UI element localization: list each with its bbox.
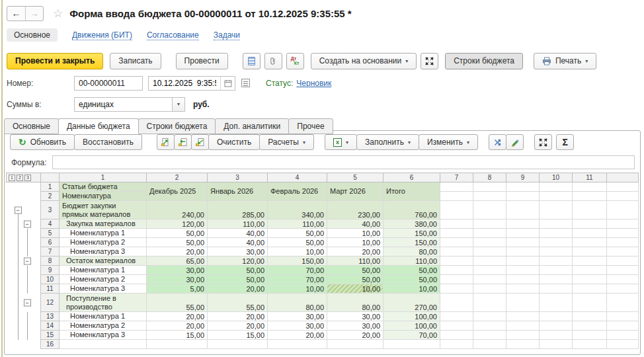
grid-cell-value[interactable]: 80,00 <box>268 294 327 312</box>
grid-cell-empty[interactable] <box>540 312 573 321</box>
grid-cell-empty[interactable] <box>506 331 540 340</box>
grid-cell-empty[interactable] <box>440 331 473 340</box>
grid-cell-value[interactable]: 110,00 <box>383 257 440 266</box>
row-number[interactable]: 1 <box>41 182 60 192</box>
grid-expand-button[interactable] <box>534 134 552 150</box>
column-header-11[interactable]: 11 <box>573 173 607 182</box>
grid-cell-label[interactable]: Бюджет закупки прямых материалов <box>60 201 147 219</box>
grid-cell-empty[interactable] <box>540 321 573 331</box>
grid-cell-value[interactable]: 110,00 <box>268 219 327 229</box>
anchor-tab-main[interactable]: Основное <box>7 28 58 42</box>
row-number[interactable]: 16 <box>41 340 60 349</box>
grid-cell-label[interactable]: Номенклатура 2 <box>60 238 147 247</box>
grid-cell-empty[interactable] <box>440 192 473 201</box>
grid-cell-empty[interactable] <box>506 219 540 229</box>
grid-cell-label[interactable]: Номенклатура 3 <box>60 247 147 257</box>
grid-cell-empty[interactable] <box>506 257 540 266</box>
grid-cell-label[interactable]: Поступление в производство <box>60 294 147 312</box>
grid-cell-value[interactable]: 20,00 <box>147 312 208 321</box>
grid-cell-empty[interactable] <box>573 238 607 247</box>
grid-cell-value[interactable]: 30,00 <box>268 312 327 321</box>
collapse-group-button[interactable]: − <box>24 299 31 306</box>
grid-cell-month-header[interactable]: Итого <box>383 182 440 201</box>
grid-cell-value[interactable]: 100,00 <box>383 321 440 331</box>
grid-cell-value[interactable] <box>383 340 440 349</box>
back-button[interactable]: ← <box>7 7 25 20</box>
post-button[interactable]: Провести <box>176 53 228 69</box>
grid-cell-empty[interactable] <box>473 192 506 201</box>
collapse-group-button[interactable]: − <box>15 206 22 214</box>
row-number[interactable]: 4 <box>41 219 60 229</box>
grid-cell-value[interactable]: 15,00 <box>147 331 208 340</box>
grid-cell-value[interactable]: 10,00 <box>327 229 383 238</box>
grid-cell-label[interactable]: Номенклатура 2 <box>60 275 147 284</box>
grid-cell-value[interactable]: 10,00 <box>327 238 383 247</box>
grid-cell-articles-label[interactable]: Статьи бюджета <box>60 182 147 192</box>
grid-cell-empty[interactable] <box>440 312 473 321</box>
column-header-5[interactable]: 5 <box>327 173 383 182</box>
row-number[interactable]: 10 <box>41 275 60 284</box>
grid-cell-label[interactable]: Номенклатура 1 <box>60 266 147 275</box>
grid-cell-label[interactable]: Номенклатура 2 <box>60 321 147 331</box>
outline-level-3-button[interactable]: 3 <box>24 175 31 181</box>
grid-cell-empty[interactable] <box>573 312 607 321</box>
anchor-tab-approval[interactable]: Согласование <box>147 30 199 40</box>
row-number[interactable]: 12 <box>41 294 60 312</box>
grid-cell-empty[interactable] <box>540 284 573 294</box>
expand-button[interactable] <box>421 53 438 69</box>
structure-report-button[interactable] <box>243 53 261 69</box>
formula-input[interactable] <box>52 155 635 169</box>
grid-cell-nomenclature-label[interactable]: Номенклатура <box>60 192 147 201</box>
excel-export-button[interactable]: x▾ <box>325 134 357 150</box>
grid-cell-empty[interactable] <box>540 238 573 247</box>
grid-cell-empty[interactable] <box>506 201 540 219</box>
grid-cell-value[interactable]: 40,00 <box>208 229 268 238</box>
grid-cell-label[interactable] <box>60 340 147 349</box>
column-header-1[interactable]: 1 <box>60 173 147 182</box>
grid-cell-value[interactable]: 50,00 <box>147 229 208 238</box>
anchor-tab-movements[interactable]: Движения (БИТ) <box>72 30 132 40</box>
page-tab-4[interactable]: Прочее <box>288 118 333 134</box>
grid-cell-value[interactable]: 110,00 <box>327 257 383 266</box>
fill-button[interactable]: Заполнить▾ <box>356 134 419 150</box>
grid-cell-value[interactable]: 270,00 <box>383 294 440 312</box>
post-and-close-button[interactable]: Провести и закрыть <box>7 53 103 69</box>
column-header-9[interactable]: 9 <box>506 173 540 182</box>
grid-cell-empty[interactable] <box>473 201 506 219</box>
grid-cell-value[interactable]: 50,00 <box>147 238 208 247</box>
grid-cell-empty[interactable] <box>473 257 506 266</box>
grid-cell-value[interactable]: 50,00 <box>268 229 327 238</box>
grid-cell-value[interactable] <box>268 340 327 349</box>
import-data-button[interactable] <box>174 134 192 150</box>
save-button[interactable]: Записать <box>110 53 161 69</box>
grid-cell-empty[interactable] <box>540 247 573 257</box>
column-header-3[interactable]: 3 <box>208 173 268 182</box>
grid-cell-empty[interactable] <box>573 340 607 349</box>
row-number[interactable]: 6 <box>41 238 60 247</box>
grid-cell-empty[interactable] <box>473 321 506 331</box>
grid-cell-value[interactable]: 760,00 <box>383 201 440 219</box>
restore-button[interactable]: Восстановить <box>74 134 142 150</box>
grid-cell-value[interactable]: 30,00 <box>208 247 268 257</box>
grid-cell-value[interactable]: 30,00 <box>147 275 208 284</box>
grid-cell-value[interactable]: 10,00 <box>327 284 383 294</box>
grid-cell-value[interactable]: 70,00 <box>268 275 327 284</box>
collapse-group-button[interactable]: − <box>24 257 31 264</box>
grid-cell-value[interactable]: 80,00 <box>327 294 383 312</box>
grid-cell-empty[interactable] <box>440 284 473 294</box>
create-based-on-button[interactable]: Создать на основании▾ <box>311 53 417 69</box>
grid-cell-empty[interactable] <box>506 321 540 331</box>
grid-cell-empty[interactable] <box>540 331 573 340</box>
grid-cell-label[interactable]: Номенклатура 1 <box>60 312 147 321</box>
outline-level-2-button[interactable]: 2 <box>17 175 23 181</box>
grid-cell-empty[interactable] <box>506 340 540 349</box>
grid-cell-empty[interactable] <box>506 266 540 275</box>
refresh-button[interactable]: ↻Обновить <box>10 134 75 150</box>
grid-cell-empty[interactable] <box>573 257 607 266</box>
grid-cell-value[interactable]: 50,00 <box>208 275 268 284</box>
load-data-button[interactable] <box>157 134 175 150</box>
grid-cell-empty[interactable] <box>506 229 540 238</box>
sums-combo-dropdown-button[interactable]: ▾ <box>172 98 184 111</box>
grid-cell-empty[interactable] <box>573 284 607 294</box>
grid-cell-empty[interactable] <box>440 182 473 192</box>
